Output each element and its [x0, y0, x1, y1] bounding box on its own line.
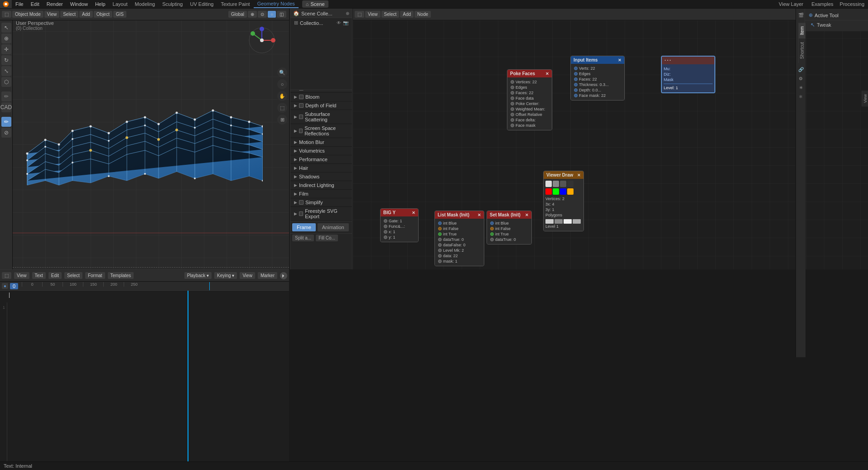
vp-gis-btn[interactable]: GIS	[113, 11, 126, 18]
playback-btn[interactable]: Playback ▾	[184, 272, 212, 279]
grid-btn[interactable]: ⊞	[277, 115, 287, 125]
node-add-btn[interactable]: Add	[400, 11, 414, 18]
simplify-checkbox[interactable]	[299, 200, 304, 205]
dof-checkbox[interactable]	[299, 103, 304, 108]
vp-icon1[interactable]: ⊕	[248, 11, 257, 18]
playhead[interactable]	[209, 282, 210, 290]
sm-close[interactable]: ✕	[525, 213, 529, 217]
global-btn[interactable]: Global	[228, 11, 247, 18]
scale-tool-btn[interactable]: ⤡	[1, 66, 11, 76]
node-big-y[interactable]: BIG Y ✕ Gate: 1 Func&...: x: 1 y: 1	[380, 208, 419, 242]
nav-gizmo[interactable]	[248, 27, 275, 54]
menu-help[interactable]: Help	[92, 0, 109, 8]
bloom-checkbox[interactable]	[299, 95, 304, 99]
node-list-mask[interactable]: List Mask (Init) ✕ int Blue int False in…	[434, 211, 484, 266]
tweak-tool[interactable]: ↖ Tweak	[805, 20, 868, 29]
tl-text-btn[interactable]: Text	[32, 272, 46, 279]
lm-close[interactable]: ✕	[477, 213, 481, 217]
vd-close[interactable]: ✕	[577, 173, 581, 177]
vp-view-btn[interactable]: View	[44, 11, 60, 18]
tl-view-btn[interactable]: View	[14, 272, 29, 279]
select-tool-btn[interactable]: ↖	[1, 23, 11, 33]
hair-section[interactable]: ▶ Hair	[290, 164, 352, 173]
node-set-mask[interactable]: Set Mask (Init) ✕ int Blue int False int…	[487, 211, 532, 245]
node-input-items[interactable]: Input Items ✕ Verts: 22 Edges Faces: 22 …	[570, 56, 625, 101]
menu-window[interactable]: Window	[67, 0, 92, 8]
bloom-section[interactable]: ▶ Bloom	[290, 93, 352, 101]
rotate-tool-btn[interactable]: ↻	[1, 55, 11, 65]
timeline-playhead[interactable]	[188, 291, 188, 461]
frame-btn[interactable]: Frame	[292, 223, 316, 231]
tl-format-btn[interactable]: Format	[85, 272, 105, 279]
shadows-section[interactable]: ▶ Shadows	[290, 173, 352, 181]
node-node-btn[interactable]: Node	[415, 11, 431, 18]
erase-btn[interactable]: ⊘	[1, 128, 11, 138]
tl-select-btn[interactable]: Select	[64, 272, 82, 279]
fill-btn[interactable]: Fill Co...	[316, 235, 338, 241]
node-view-btn[interactable]: View	[365, 11, 381, 18]
node-viewer-draw[interactable]: Viewer Draw ✕ Vertices: 2 3x:	[543, 171, 584, 231]
blender-logo[interactable]	[0, 0, 12, 8]
file-name[interactable]: Scene	[310, 1, 324, 7]
physics-prop-icon[interactable]: ⚛	[797, 92, 805, 101]
modifier-prop-icon[interactable]: ⚙	[797, 74, 805, 82]
input-items-close[interactable]: ✕	[618, 58, 622, 62]
ssr-checkbox[interactable]	[299, 129, 303, 133]
vp-select-btn[interactable]: Select	[60, 11, 78, 18]
tab-layout[interactable]: Layout	[109, 0, 131, 8]
editor-type-btn[interactable]: ⬚	[2, 11, 11, 18]
move-tool-btn[interactable]: ✛	[1, 44, 11, 54]
marker-btn[interactable]: Marker	[258, 272, 277, 279]
vp-icon2[interactable]: ⊙	[258, 11, 267, 18]
tab-texture-paint[interactable]: Texture Paint	[217, 0, 253, 8]
node-select-btn[interactable]: Select	[381, 11, 400, 18]
object-mode-btn[interactable]: Object Mode	[12, 11, 43, 18]
node-editor-type-btn[interactable]: ⬚	[355, 11, 364, 18]
annotate-btn[interactable]: ✏	[1, 91, 11, 101]
dof-section[interactable]: ▶ Depth of Field	[290, 101, 352, 110]
zoom-extents-btn[interactable]: ⬚	[277, 103, 287, 113]
node-poke-faces[interactable]: Poke Faces ✕ Vertices: 22 Edges Faces: 2…	[507, 69, 552, 130]
by-close[interactable]: ✕	[412, 211, 415, 215]
particles-prop-icon[interactable]: ✳	[797, 83, 805, 91]
menu-file[interactable]: File	[12, 0, 27, 8]
scene-options-btn[interactable]: ⊕	[346, 11, 349, 16]
view-btn[interactable]: View	[240, 272, 255, 279]
vp-object-btn[interactable]: Object	[94, 11, 112, 18]
collection-item[interactable]: ⊞ Collectio... 👁 📷	[290, 18, 352, 28]
camera-icon[interactable]: 📷	[343, 20, 348, 25]
tl-edit-btn[interactable]: Edit	[48, 272, 62, 279]
cad-btn[interactable]: CAD	[1, 102, 11, 112]
tl-templates-btn[interactable]: Templates	[108, 272, 134, 279]
cursor-tool-btn[interactable]: ⊕	[1, 34, 11, 43]
node-editor[interactable]: ⬚ View Select Add Node 🔍 📌 Poke Face	[353, 9, 868, 269]
tab-modeling[interactable]: Modeling	[131, 0, 159, 8]
tab-uv-editing[interactable]: UV Editing	[186, 0, 217, 8]
tab-sculpting[interactable]: Sculpting	[159, 0, 186, 8]
sss-checkbox[interactable]	[299, 115, 303, 119]
motionblur-section[interactable]: ▶ Motion Blur	[290, 138, 352, 147]
play-btn[interactable]: ⏵	[280, 272, 287, 279]
node-active-selection[interactable]: · · · Mu: Diz: Mask Level: 1	[661, 56, 715, 93]
transform-tool-btn[interactable]: ⬡	[1, 77, 11, 87]
performance-section[interactable]: ▶ Performance	[290, 155, 352, 164]
render-prop-icon[interactable]: 🎬	[797, 11, 805, 19]
film-section[interactable]: ▶ Film	[290, 190, 352, 198]
keying-btn[interactable]: Keying ▾	[214, 272, 237, 279]
zoom-in-btn[interactable]: 🔍	[277, 67, 287, 77]
menu-edit[interactable]: Edit	[27, 0, 43, 8]
freestyle-checkbox[interactable]	[299, 211, 303, 216]
pan-btn[interactable]: ✋	[277, 91, 287, 101]
zoom-out-btn[interactable]: ○	[277, 79, 287, 89]
viewport-3d[interactable]: ⬚ Object Mode View Select Add Object GIS…	[0, 9, 289, 269]
animation-btn[interactable]: Animation	[318, 223, 349, 231]
simplify-section[interactable]: ▶ Simplify	[290, 198, 352, 207]
volumetrics-section[interactable]: ▶ Volumetrics	[290, 147, 352, 155]
vp-icon4[interactable]: ◫	[277, 11, 286, 18]
sss-section[interactable]: ▶ Subsurface Scattering	[290, 110, 352, 124]
tab-geometry-nodes[interactable]: Geometry Nodes	[254, 0, 299, 8]
vp-icon3[interactable]: ○	[268, 11, 276, 18]
draw-btn[interactable]: ✏	[1, 117, 11, 127]
examples-label[interactable]: Examples	[809, 1, 836, 7]
sidebar-tab-shortcut[interactable]: Shortcut	[799, 38, 805, 62]
